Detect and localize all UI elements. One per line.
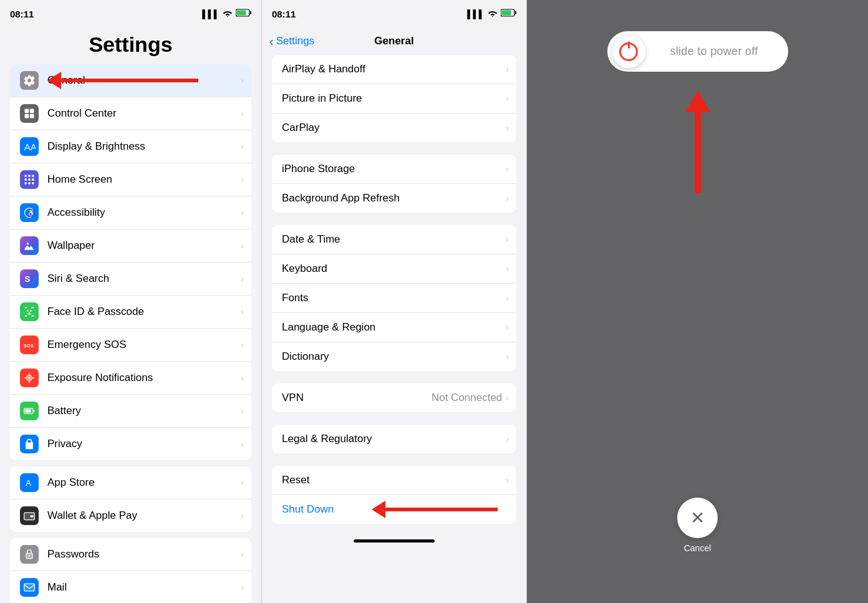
general-list: AirPlay & Handoff › Picture in Picture ›… [262, 55, 526, 603]
sos-icon: SOS [20, 335, 39, 354]
settings-row-faceid[interactable]: Face ID & Passcode › [10, 296, 251, 329]
general-section-1: AirPlay & Handoff › Picture in Picture ›… [272, 55, 516, 142]
keyboard-label: Keyboard [282, 263, 506, 275]
settings-row-wallet[interactable]: Wallet & Apple Pay › [10, 499, 251, 532]
control-center-label: Control Center [47, 107, 236, 120]
home-indicator-2 [354, 539, 435, 543]
datetime-label: Date & Time [282, 233, 506, 246]
reset-label: Reset [282, 474, 506, 486]
status-bar-general: 08:11 ▌▌▌ [262, 0, 526, 27]
svg-rect-15 [28, 182, 30, 184]
homescreen-icon [20, 170, 39, 189]
general-section-6: Reset › Shut Down [272, 466, 516, 524]
settings-row-battery[interactable]: Battery › [10, 395, 251, 428]
settings-list: General › Control Center › AA Di [0, 64, 261, 603]
section-gap-3 [262, 377, 526, 384]
shutdown-label: Shut Down [282, 503, 509, 516]
settings-row-display[interactable]: AA Display & Brightness › [10, 130, 251, 163]
general-row-carplay[interactable]: CarPlay › [272, 113, 516, 142]
pip-chevron: › [506, 94, 509, 104]
svg-rect-6 [30, 114, 34, 118]
general-row-datetime[interactable]: Date & Time › [272, 225, 516, 254]
settings-section-2: A App Store › Wallet & Apple Pay › [10, 466, 251, 532]
settings-row-privacy[interactable]: Privacy › [10, 428, 251, 460]
keyboard-chevron: › [506, 264, 509, 274]
vpn-chevron: › [506, 393, 509, 403]
general-panel: 08:11 ▌▌▌ ‹ Settings General AirPlay & H… [262, 0, 527, 603]
dictionary-label: Dictionary [282, 350, 506, 363]
svg-rect-36 [34, 410, 35, 412]
faceid-label: Face ID & Passcode [47, 306, 236, 318]
background-refresh-chevron: › [506, 193, 509, 203]
svg-rect-21 [25, 307, 27, 309]
settings-header: Settings [0, 27, 261, 64]
general-row-airplay[interactable]: AirPlay & Handoff › [272, 55, 516, 84]
display-icon: AA [20, 137, 39, 156]
signal-icon-2: ▌▌▌ [467, 9, 485, 19]
general-title: General [374, 35, 413, 47]
settings-row-sos[interactable]: SOS Emergency SOS › [10, 329, 251, 362]
settings-row-passwords[interactable]: Passwords › [10, 538, 251, 571]
exposure-icon [20, 369, 39, 387]
general-row-shutdown[interactable]: Shut Down [272, 495, 516, 524]
settings-row-appstore[interactable]: A App Store › [10, 466, 251, 499]
airplay-chevron: › [506, 64, 509, 74]
settings-title: Settings [10, 32, 251, 57]
settings-row-wallpaper[interactable]: Wallpaper › [10, 229, 251, 263]
svg-rect-22 [31, 307, 34, 309]
general-row-legal[interactable]: Legal & Regulatory › [272, 425, 516, 453]
time-general: 08:11 [272, 9, 296, 19]
section-gap-5 [262, 460, 526, 466]
settings-row-control-center[interactable]: Control Center › [10, 97, 251, 130]
back-button[interactable]: ‹ Settings [269, 35, 314, 47]
sos-chevron: › [241, 340, 244, 350]
up-arrow-shaft [695, 112, 701, 193]
storage-label: iPhone Storage [282, 163, 506, 175]
svg-rect-10 [32, 175, 34, 177]
settings-row-mail[interactable]: Mail › [10, 571, 251, 603]
settings-row-accessibility[interactable]: ♿ Accessibility › [10, 196, 251, 229]
general-row-dictionary[interactable]: Dictionary › [272, 342, 516, 371]
status-bar-settings: 08:11 ▌▌▌ [0, 0, 261, 27]
general-row-vpn[interactable]: VPN Not Connected › [272, 384, 516, 412]
general-row-keyboard[interactable]: Keyboard › [272, 254, 516, 284]
accessibility-label: Accessibility [47, 206, 236, 219]
back-chevron-icon: ‹ [269, 35, 274, 47]
svg-rect-3 [25, 109, 29, 113]
svg-rect-11 [25, 178, 27, 180]
battery-label: Battery [47, 405, 236, 417]
mail-icon [20, 578, 39, 597]
settings-row-homescreen[interactable]: Home Screen › [10, 163, 251, 196]
svg-rect-14 [25, 182, 27, 184]
control-center-icon [20, 104, 39, 123]
legal-label: Legal & Regulatory [282, 433, 506, 445]
siri-chevron: › [241, 274, 244, 284]
general-row-background-refresh[interactable]: Background App Refresh › [272, 184, 516, 213]
general-row-fonts[interactable]: Fonts › [272, 284, 516, 313]
svg-rect-16 [32, 182, 34, 184]
svg-rect-13 [32, 178, 34, 180]
general-row-language[interactable]: Language & Region › [272, 313, 516, 342]
fonts-label: Fonts [282, 292, 506, 304]
settings-row-siri[interactable]: S Siri & Search › [10, 263, 251, 296]
svg-point-26 [30, 310, 32, 312]
settings-row-exposure[interactable]: Exposure Notifications › [10, 362, 251, 395]
vpn-value: Not Connected [432, 392, 502, 404]
privacy-label: Privacy [47, 438, 236, 450]
passwords-icon [20, 545, 39, 564]
carplay-label: CarPlay [282, 122, 506, 134]
general-row-storage[interactable]: iPhone Storage › [272, 155, 516, 184]
exposure-chevron: › [241, 373, 244, 383]
svg-rect-9 [28, 175, 30, 177]
settings-row-general[interactable]: General › [10, 64, 251, 97]
settings-panel: 08:11 ▌▌▌ Settings General [0, 0, 262, 603]
general-section-4: VPN Not Connected › [272, 384, 516, 412]
display-label: Display & Brightness [47, 140, 236, 153]
general-row-pip[interactable]: Picture in Picture › [272, 84, 516, 113]
power-thumb [612, 35, 645, 68]
general-nav-bar: ‹ Settings General [262, 27, 526, 55]
accessibility-chevron: › [241, 208, 244, 218]
cancel-button[interactable]: ✕ [677, 498, 718, 538]
general-row-reset[interactable]: Reset › [272, 466, 516, 495]
power-off-slider[interactable]: slide to power off [607, 31, 788, 72]
